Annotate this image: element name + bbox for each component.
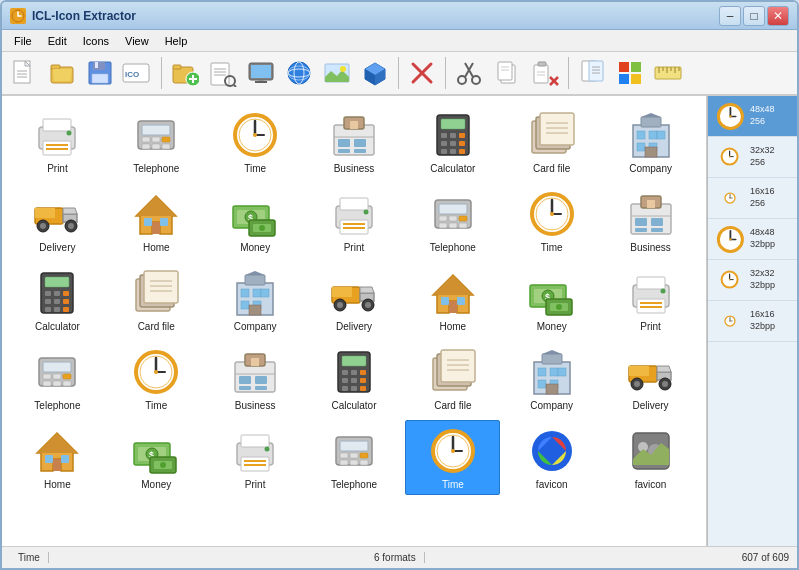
icon-cell-16[interactable]: Company [208,262,303,337]
icon-cell-8[interactable]: Home [109,183,204,258]
size-item-0[interactable]: 48x48 256 [708,96,797,137]
search-file-button[interactable] [205,55,241,91]
icon-cell-12[interactable]: Time [504,183,599,258]
icon-cell-13[interactable]: Business [603,183,698,258]
icon-cell-20[interactable]: Print [603,262,698,337]
icon-cell-9[interactable]: $ Money [208,183,303,258]
svg-marker-118 [641,113,661,117]
ruler-button[interactable] [650,55,686,91]
icon-cell-18[interactable]: Home [405,262,500,337]
icon-cell-22[interactable]: Time [109,341,204,416]
icon-cell-29[interactable]: $ Money [109,420,204,495]
icon-img-telephone-21 [33,348,81,396]
ico-button[interactable]: ICO [120,55,156,91]
icon-cell-19[interactable]: $ Money [504,262,599,337]
icon-cell-30[interactable]: Print [208,420,303,495]
add-folder-button[interactable] [167,55,203,91]
windows-button[interactable] [612,55,648,91]
icon-img-printer-0 [33,111,81,159]
svg-rect-218 [63,374,71,379]
icon-cell-15[interactable]: Card file [109,262,204,337]
monitor-button[interactable] [243,55,279,91]
icon-cell-6[interactable]: Company [603,104,698,179]
icon-cell-3[interactable]: Business [307,104,402,179]
icon-label-9: Money [240,242,270,253]
svg-rect-262 [629,366,649,376]
size-list[interactable]: 48x48 256 32x32 256 16x16 256 48x48 32bp… [708,96,797,546]
svg-rect-258 [546,384,558,394]
icon-cell-7[interactable]: Delivery [10,183,105,258]
icon-cell-21[interactable]: Telephone [10,341,105,416]
size-item-5[interactable]: 16x16 32bpp [708,301,797,342]
save-button[interactable] [82,55,118,91]
icon-label-29: Money [141,479,171,490]
size-item-2[interactable]: 16x16 256 [708,178,797,219]
icon-cell-0[interactable]: Print [10,104,105,179]
open-button[interactable] [44,55,80,91]
icon-cell-32[interactable]: Time [405,420,500,495]
svg-rect-128 [144,218,152,226]
icon-cell-31[interactable]: Telephone [307,420,402,495]
extract-button[interactable] [574,55,610,91]
icon-cell-10[interactable]: Print [307,183,402,258]
size-label-4: 32x32 32bpp [750,268,775,291]
icon-cell-28[interactable]: Home [10,420,105,495]
icon-cell-25[interactable]: Card file [405,341,500,416]
menu-help[interactable]: Help [157,33,196,49]
svg-rect-51 [589,61,603,81]
minimize-button[interactable]: – [719,6,741,26]
svg-rect-45 [538,62,546,66]
icon-cell-4[interactable]: Calculator [405,104,500,179]
box3d-button[interactable] [357,55,393,91]
icon-cell-14[interactable]: Calculator [10,262,105,337]
menu-file[interactable]: File [6,33,40,49]
svg-rect-282 [244,460,266,462]
svg-rect-243 [342,386,348,391]
icon-cell-5[interactable]: Card file [504,104,599,179]
maximize-button[interactable]: □ [743,6,765,26]
image-button[interactable] [319,55,355,91]
size-item-4[interactable]: 32x32 32bpp [708,260,797,301]
svg-rect-255 [558,368,566,376]
icon-label-32: Time [442,479,464,490]
svg-rect-113 [657,131,665,139]
menu-view[interactable]: View [117,33,157,49]
icon-cell-24[interactable]: Calculator [307,341,402,416]
icon-label-2: Time [244,163,266,174]
icon-img-printer-10 [330,190,378,238]
svg-rect-211 [640,302,662,304]
delete-red-button[interactable] [404,55,440,91]
close-button[interactable]: ✕ [767,6,789,26]
icon-cell-2[interactable]: Time [208,104,303,179]
icon-cell-17[interactable]: Delivery [307,262,402,337]
icon-cell-23[interactable]: Business [208,341,303,416]
svg-point-27 [288,62,310,84]
paste-button[interactable] [527,55,563,91]
icon-cell-34[interactable]: favicon [603,420,698,495]
icon-cell-11[interactable]: Telephone [405,183,500,258]
menu-edit[interactable]: Edit [40,33,75,49]
icon-area[interactable]: Print Telephone Time Business Ca [2,96,707,546]
icon-cell-33[interactable]: favicon [504,420,599,495]
icon-img-company-6 [627,111,675,159]
svg-rect-174 [63,307,69,312]
svg-rect-234 [255,386,267,390]
svg-rect-187 [249,305,261,315]
size-icon-1 [714,141,746,173]
copy-button[interactable] [489,55,525,91]
new-button[interactable] [6,55,42,91]
icon-cell-26[interactable]: Company [504,341,599,416]
svg-rect-100 [459,141,465,146]
svg-point-226 [154,370,158,374]
icon-cell-1[interactable]: Telephone [109,104,204,179]
size-item-1[interactable]: 32x32 256 [708,137,797,178]
svg-rect-26 [255,81,267,83]
menu-icons[interactable]: Icons [75,33,117,49]
globe-button[interactable] [281,55,317,91]
cut-button[interactable] [451,55,487,91]
icon-grid: Print Telephone Time Business Ca [10,104,698,495]
icon-cell-27[interactable]: Delivery [603,341,698,416]
size-item-3[interactable]: 48x48 32bpp [708,219,797,260]
svg-rect-8 [93,62,105,70]
svg-point-309 [729,156,731,158]
